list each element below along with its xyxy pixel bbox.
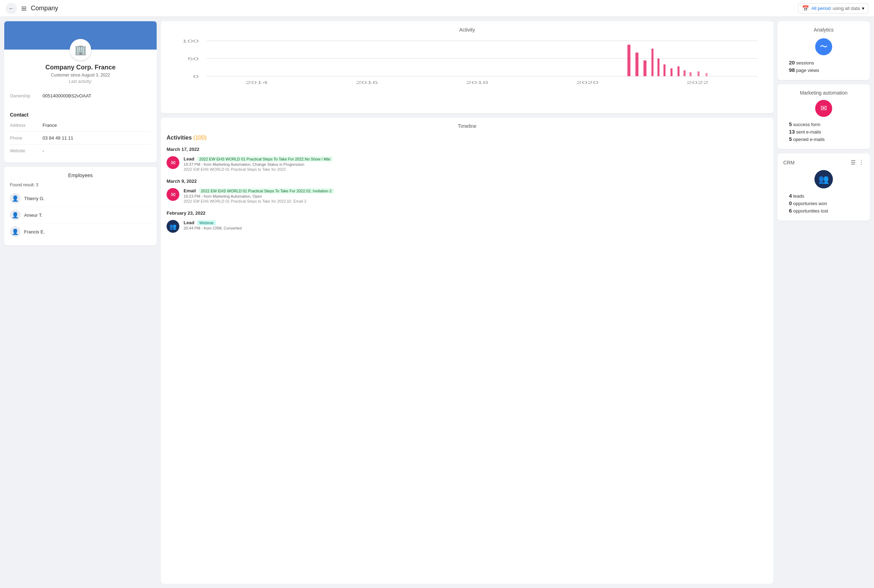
tl-type: Lead (183, 220, 194, 225)
crm-stats: 4 leads 0 opportunies won 6 opportunitie… (783, 193, 864, 214)
svg-rect-13 (643, 61, 646, 76)
sessions-count: 20 (789, 60, 795, 66)
calendar-icon: 📅 (802, 5, 809, 12)
back-button[interactable]: ← (6, 3, 17, 14)
leads-count: 4 (789, 193, 792, 199)
success-form-stat: 5 success form (789, 121, 864, 127)
svg-rect-21 (697, 72, 700, 76)
tl-content: Email 2022 EW EHS WORLD 01 Practical Ste… (183, 188, 334, 203)
more-icon[interactable]: ⋮ (858, 159, 864, 166)
opps-won-count: 0 (789, 200, 792, 206)
avatar: 🏢 (70, 39, 91, 60)
svg-text:50: 50 (188, 57, 199, 61)
marketing-automation-card: Marketing automation ✉ 5 success form 13… (778, 84, 870, 149)
tl-sub: 2022 EW EHS WORLD 01 Practical Steps to … (183, 167, 332, 171)
tl-meta: 19:23 PM - from Marketing Automation, Op… (183, 194, 334, 198)
period-button[interactable]: 📅 All period using all data ▾ (798, 3, 868, 14)
sent-emails-stat: 13 sent e-mails (789, 129, 864, 135)
tl-badge: Webinar (197, 220, 216, 225)
success-form-label: success form (793, 122, 820, 127)
employees-card: Employees Found result: 3 👤 Thierry G. 👤… (4, 167, 157, 246)
phone-label: Phone (10, 136, 38, 141)
list-item[interactable]: 👤 Thierry G. (10, 190, 151, 207)
analytics-card: Analytics 〜 20 sessions 98 page views (778, 21, 870, 80)
tl-meta: 20:44 PM - from CRM, Converted (183, 226, 242, 230)
profile-card: 🏢 Company Corp. France Customer since Au… (4, 21, 157, 163)
opps-lost-count: 6 (789, 208, 792, 214)
grid-icon: ⊞ (21, 4, 27, 12)
svg-rect-16 (664, 64, 665, 76)
tl-content: Lead 2022 EW EHS WORLD 01 Practical Step… (183, 156, 332, 171)
phone-field: Phone 03 84 49 11 11 (10, 132, 151, 144)
tl-content: Lead Webinar 20:44 PM - from CRM, Conver… (183, 220, 242, 233)
crm-card: CRM ☰ ⋮ 👥 4 leads 0 opportunies won 6 (778, 153, 870, 220)
activity-chart-svg: 100 50 0 2014 2016 2018 2020 2022 (167, 37, 768, 108)
employee-name: Thierry G. (24, 196, 45, 201)
period-label: All period (811, 6, 830, 11)
crm-header-actions: ☰ ⋮ (851, 159, 864, 166)
email-icon: ✉ (167, 188, 179, 201)
svg-rect-22 (706, 73, 708, 76)
contact-section-heading: Contact (4, 108, 157, 119)
sent-emails-label: sent e-mails (796, 129, 821, 135)
top-nav-right: 📅 All period using all data ▾ (798, 3, 868, 14)
profile-banner: 🏢 (4, 21, 157, 50)
tl-meta: 19:37 PM - from Marketing Automation, Ch… (183, 162, 332, 166)
pageviews-count: 98 (789, 67, 795, 73)
opps-lost-stat: 6 opportunities lost (789, 208, 864, 214)
date-group: March 9, 2022 ✉ Email 2022 EW EHS WORLD … (167, 178, 768, 203)
avatar: 👤 (10, 193, 21, 204)
svg-rect-12 (635, 52, 638, 76)
activities-header: Activities (100) (167, 135, 768, 141)
opps-won-stat: 0 opportunies won (789, 200, 864, 206)
page-title: Company (31, 4, 58, 12)
list-item[interactable]: 👤 Francis E. (10, 224, 151, 240)
activities-count: (100) (194, 135, 207, 141)
activity-title: Activity (167, 27, 768, 33)
address-field: Address France (10, 119, 151, 132)
period-sub: using all data (832, 6, 860, 11)
avatar: 👤 (10, 226, 21, 237)
list-icon[interactable]: ☰ (851, 159, 856, 166)
date-group: February 23, 2022 👥 Lead Webinar 20:44 P… (167, 210, 768, 233)
tl-sub: 2022 EW EHS WORLD 01 Practical Steps to … (183, 199, 334, 203)
opened-emails-stat: 5 opened e-mails (789, 136, 864, 142)
address-label: Address (10, 123, 38, 128)
timeline-title: Timeline (167, 123, 768, 129)
svg-rect-11 (627, 45, 630, 76)
pageviews-label: page views (796, 68, 819, 73)
contact-fields: Address France Phone 03 84 49 11 11 Webs… (4, 119, 157, 163)
back-icon: ← (9, 5, 14, 12)
svg-rect-14 (652, 48, 653, 76)
activity-chart: 100 50 0 2014 2016 2018 2020 2022 (167, 37, 768, 108)
sessions-label: sessions (796, 60, 814, 66)
svg-text:100: 100 (182, 39, 198, 43)
crm-title: CRM (783, 160, 794, 165)
date-label: March 17, 2022 (167, 147, 768, 152)
chevron-down-icon: ▾ (862, 6, 864, 11)
opened-emails-label: opened e-mails (793, 137, 825, 142)
tl-type: Lead (183, 156, 194, 162)
main-layout: 🏢 Company Corp. France Customer since Au… (0, 17, 874, 588)
website-label: Website (10, 148, 38, 153)
employee-list: 👤 Thierry G. 👤 Ameur T. 👤 Francis E. (10, 190, 151, 240)
date-label: February 23, 2022 (167, 210, 768, 216)
timeline-item: 👥 Lead Webinar 20:44 PM - from CRM, Conv… (167, 220, 768, 233)
center-column: Activity 100 50 0 2014 2016 2018 2020 (161, 21, 773, 584)
svg-rect-19 (684, 70, 686, 76)
timeline-card: Timeline Activities (100) March 17, 2022… (161, 118, 773, 584)
leads-label: leads (793, 194, 804, 199)
right-column: Analytics 〜 20 sessions 98 page views Ma… (778, 21, 870, 584)
sessions-stat: 20 sessions (789, 60, 864, 66)
opened-emails-count: 5 (789, 136, 792, 142)
list-item[interactable]: 👤 Ameur T. (10, 207, 151, 224)
tl-badge: 2022 EW EHS WORLD 01 Practical Steps To … (199, 189, 334, 194)
analytics-title: Analytics (783, 27, 864, 33)
date-group: March 17, 2022 ✉ Lead 2022 EW EHS WORLD … (167, 147, 768, 171)
tl-type: Email (183, 188, 196, 194)
svg-text:0: 0 (193, 74, 199, 79)
crm-icon: 👥 (167, 220, 179, 233)
date-label: March 9, 2022 (167, 178, 768, 184)
employee-name: Francis E. (24, 229, 45, 234)
opps-won-label: opportunies won (793, 201, 827, 206)
